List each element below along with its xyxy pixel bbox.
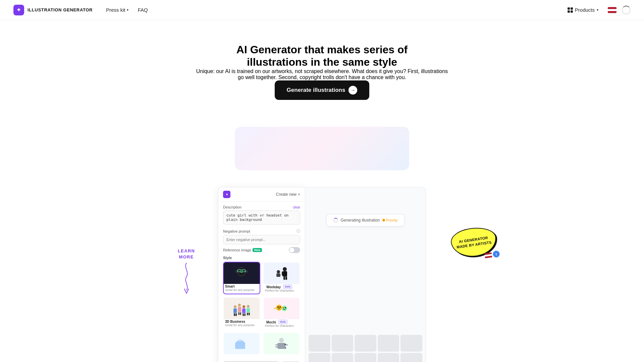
thumbnail-2 [332, 335, 354, 352]
thumbnail-4 [378, 335, 399, 352]
hero-center: AI Generator that makes series of illust… [195, 44, 449, 120]
arrow-right-icon: → [348, 86, 357, 95]
hero-subtitle: Unique: our AI is trained on our artwork… [195, 68, 449, 80]
svg-point-18 [279, 306, 281, 308]
smart-style-name: Smart [224, 284, 260, 288]
svg-point-14 [277, 270, 280, 274]
style-card-mochi[interactable]: Mochi SVG Perfect for characters [263, 297, 300, 329]
3d-style-name: 3D Business [224, 319, 260, 323]
logo-text: ILLUSTRATION GENERATOR [28, 7, 93, 12]
nav-right: Products ▾ [564, 5, 631, 15]
style-card-smart[interactable]: Smart Great for any purpose [223, 262, 260, 294]
nav-logo[interactable]: ✦ ILLUSTRATION GENERATOR [13, 5, 93, 15]
svg-text:✦: ✦ [284, 347, 287, 350]
extra1-style-preview [224, 333, 260, 354]
learn-more-text: LEARN MORE [178, 248, 195, 260]
thumbnail-6 [309, 353, 330, 362]
generating-spinner [333, 218, 338, 223]
smart-style-sub: Great for any purpose [224, 288, 260, 293]
hero-headline: AI Generator that makes series of illust… [195, 44, 449, 68]
mochi-illustration [272, 300, 291, 316]
panel-logo-icon: ✦ [223, 191, 230, 198]
generating-box: Generating illustration Priority [326, 214, 405, 226]
person-1 [233, 305, 237, 316]
us-flag-icon [484, 252, 492, 258]
chevron-down-icon: ▾ [597, 8, 598, 12]
svg-rect-15 [276, 274, 280, 277]
ai-badge-container: AI GENERATOR MADE BY ARTISTS i [451, 228, 496, 256]
smart-illustration [232, 266, 251, 281]
mochi-style-name: Mochi [265, 320, 277, 324]
app-left-panel: ✦ Create new + Description clear cute gi… [218, 187, 305, 362]
zigzag-arrow-icon [181, 261, 192, 295]
navbar: ✦ ILLUSTRATION GENERATOR Press kit ▾ FAQ… [0, 0, 644, 20]
svg-line-22 [274, 308, 276, 309]
style-card-weekday[interactable]: Weekday SVG Perfect for characters [263, 262, 300, 294]
language-flag[interactable] [608, 7, 616, 13]
learn-more-annotation: LEARN MORE [178, 248, 195, 295]
screenshot-section: ✦ Create new + Description clear cute gi… [0, 187, 644, 362]
thumbnail-grid [305, 331, 426, 362]
svg-rect-24 [235, 342, 245, 349]
reference-image-row: Reference image New [223, 247, 300, 253]
products-button[interactable]: Products ▾ [564, 5, 602, 15]
nav-links: Press kit ▾ FAQ [106, 7, 148, 13]
person-3 [242, 305, 246, 316]
thumbnail-1 [309, 335, 330, 352]
hero-section: AI Generator that makes series of illust… [0, 20, 644, 362]
style-grid-row2: ✦ ✦ [223, 332, 300, 355]
extra1-illustration [232, 336, 251, 352]
info-icon: ⓘ [297, 229, 300, 234]
style-card-extra1[interactable] [223, 332, 260, 355]
new-badge: New [253, 248, 262, 252]
thumbnail-5 [400, 335, 422, 352]
mochi-svg-badge: SVG [278, 320, 287, 324]
style-card-extra2[interactable]: ✦ ✦ [263, 332, 300, 355]
style-grid: Smart Great for any purpose [223, 262, 300, 329]
clear-button[interactable]: clear [293, 205, 300, 209]
thumbnail-7 [332, 353, 354, 362]
description-input[interactable]: cute girl with vr headset on plain backg… [223, 210, 300, 225]
style-card-3dbusiness[interactable]: 3D Business Great for any purpose [223, 297, 260, 329]
neg-prompt-input[interactable] [223, 235, 300, 244]
nav-link-presskit[interactable]: Press kit ▾ [106, 7, 128, 13]
svg-rect-26 [238, 340, 243, 342]
person-2 [238, 304, 241, 315]
svg-point-19 [282, 306, 287, 311]
create-new-button[interactable]: Create new + [276, 192, 300, 197]
mochi-style-preview [264, 298, 300, 319]
thumbnail-9 [378, 353, 399, 362]
extra2-illustration: ✦ ✦ [272, 336, 291, 352]
weekday-style-name: Weekday [265, 285, 282, 289]
svg-rect-13 [285, 277, 287, 280]
mochi-style-sub: Perfect for characters [264, 324, 300, 329]
thumbnail-10 [400, 353, 422, 362]
svg-point-17 [277, 306, 279, 308]
panel-header: ✦ Create new + [218, 187, 305, 202]
neg-prompt-label: Negative prompt ⓘ [223, 229, 300, 234]
extra2-style-preview: ✦ ✦ [264, 333, 300, 354]
thumbnail-3 [355, 335, 376, 352]
person-group [233, 301, 250, 316]
svg-point-16 [276, 305, 282, 311]
svg-rect-8 [246, 270, 248, 273]
description-label: Description clear [223, 205, 300, 209]
weekday-style-sub: Perfect for characters [264, 289, 300, 294]
svg-text:✦: ✦ [284, 343, 286, 346]
gradient-bg-strip [171, 127, 473, 180]
plus-icon: + [298, 192, 300, 197]
weekday-style-preview [264, 262, 300, 284]
app-right-panel: Generating illustration Priority [305, 187, 426, 362]
panel-footer: Generate Illustration ✉ Email [218, 358, 305, 362]
3d-style-preview [224, 298, 260, 319]
svg-rect-7 [236, 270, 237, 273]
generate-illustrations-button[interactable]: Generate illustrations → [275, 80, 370, 100]
page-wrapper: ✦ ILLUSTRATION GENERATOR Press kit ▾ FAQ… [0, 0, 644, 362]
priority-label: Priority [382, 218, 397, 222]
style-section-label: Style [223, 256, 300, 260]
thumbnail-8 [355, 353, 376, 362]
nav-link-faq[interactable]: FAQ [138, 7, 148, 13]
reference-image-toggle[interactable] [289, 247, 300, 253]
loading-spinner [622, 6, 631, 14]
svg-point-9 [283, 267, 287, 271]
